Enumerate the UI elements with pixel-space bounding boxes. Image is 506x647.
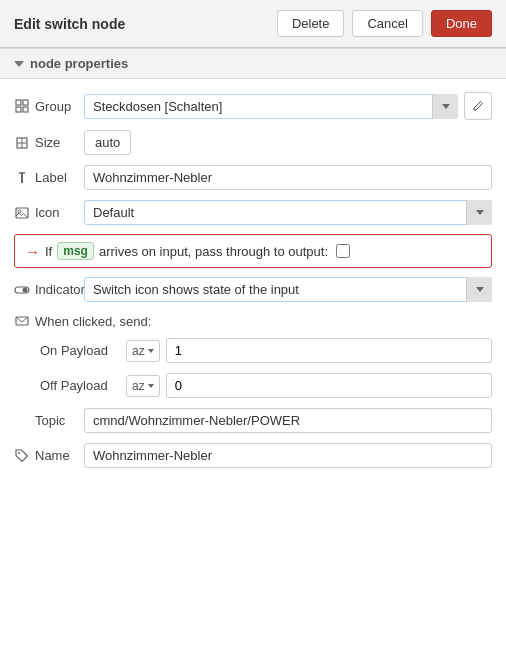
off-payload-row: Off Payload az xyxy=(0,368,506,403)
on-payload-type-button[interactable]: az xyxy=(126,340,160,362)
node-properties-section[interactable]: node properties xyxy=(0,48,506,79)
group-select[interactable]: Steckdosen [Schalten] xyxy=(84,94,458,119)
off-payload-type-arrow xyxy=(148,384,154,388)
topic-label: Topic xyxy=(14,413,84,428)
group-select-wrapper: Steckdosen [Schalten] xyxy=(84,94,458,119)
form-body: Group Steckdosen [Schalten] xyxy=(0,79,506,481)
msg-arrives-text: arrives on input, pass through to output… xyxy=(99,244,328,259)
indicator-select-wrapper: Switch icon shows state of the input xyxy=(84,277,492,302)
label-label: Label xyxy=(14,170,84,186)
pass-through-checkbox[interactable] xyxy=(336,244,350,258)
envelope-icon xyxy=(14,313,30,329)
group-icon xyxy=(14,98,30,114)
svg-point-12 xyxy=(23,287,28,292)
indicator-row: Indicator Switch icon shows state of the… xyxy=(0,272,506,307)
msg-badge: msg xyxy=(57,242,94,260)
svg-rect-3 xyxy=(23,107,28,112)
icon-field-icon xyxy=(14,205,30,221)
on-payload-input[interactable] xyxy=(166,338,492,363)
off-payload-type-button[interactable]: az xyxy=(126,375,160,397)
indicator-control: Switch icon shows state of the input xyxy=(84,277,492,302)
off-payload-type-text: az xyxy=(132,379,145,393)
group-control: Steckdosen [Schalten] xyxy=(84,92,492,120)
name-control xyxy=(84,443,492,468)
topic-input[interactable] xyxy=(84,408,492,433)
size-auto-value: auto xyxy=(84,130,131,155)
section-label: node properties xyxy=(30,56,128,71)
page-title: Edit switch node xyxy=(14,16,125,32)
icon-select[interactable]: Default xyxy=(84,200,492,225)
label-input[interactable] xyxy=(84,165,492,190)
size-control: auto xyxy=(84,130,492,155)
msg-row: → If msg arrives on input, pass through … xyxy=(14,234,492,268)
off-payload-label: Off Payload xyxy=(40,378,120,393)
on-payload-type-text: az xyxy=(132,344,145,358)
chevron-down-icon xyxy=(14,61,24,67)
header-actions: Delete Cancel Done xyxy=(277,10,492,37)
toggle-icon xyxy=(14,282,30,298)
icon-control: Default xyxy=(84,200,492,225)
when-clicked-label-text: When clicked, send: xyxy=(35,314,151,329)
label-icon xyxy=(14,170,30,186)
when-clicked-section: When clicked, send: xyxy=(0,307,506,333)
size-icon xyxy=(14,135,30,151)
size-row: Size auto xyxy=(0,125,506,160)
svg-point-14 xyxy=(18,452,20,454)
icon-row: Icon Default xyxy=(0,195,506,230)
svg-rect-2 xyxy=(16,107,21,112)
group-label: Group xyxy=(14,98,84,114)
msg-arrow-icon: → xyxy=(25,243,40,260)
msg-if-text: If xyxy=(45,244,52,259)
tag-icon xyxy=(14,448,30,464)
name-label: Name xyxy=(14,448,84,464)
indicator-select[interactable]: Switch icon shows state of the input xyxy=(84,277,492,302)
topic-row: Topic xyxy=(0,403,506,438)
indicator-label: Indicator xyxy=(14,282,84,298)
on-payload-row: On Payload az xyxy=(0,333,506,368)
pencil-icon xyxy=(472,100,484,112)
icon-label: Icon xyxy=(14,205,84,221)
on-payload-type-arrow xyxy=(148,349,154,353)
on-payload-label: On Payload xyxy=(40,343,120,358)
icon-select-wrapper: Default xyxy=(84,200,492,225)
off-payload-input[interactable] xyxy=(166,373,492,398)
group-row: Group Steckdosen [Schalten] xyxy=(0,87,506,125)
label-control xyxy=(84,165,492,190)
done-button[interactable]: Done xyxy=(431,10,492,37)
name-input[interactable] xyxy=(84,443,492,468)
header: Edit switch node Delete Cancel Done xyxy=(0,0,506,48)
cancel-button[interactable]: Cancel xyxy=(352,10,422,37)
delete-button[interactable]: Delete xyxy=(277,10,345,37)
group-edit-button[interactable] xyxy=(464,92,492,120)
label-row: Label xyxy=(0,160,506,195)
svg-rect-0 xyxy=(16,100,21,105)
topic-control xyxy=(84,408,492,433)
name-row: Name xyxy=(0,438,506,473)
svg-point-10 xyxy=(18,210,21,213)
svg-rect-1 xyxy=(23,100,28,105)
size-label: Size xyxy=(14,135,84,151)
